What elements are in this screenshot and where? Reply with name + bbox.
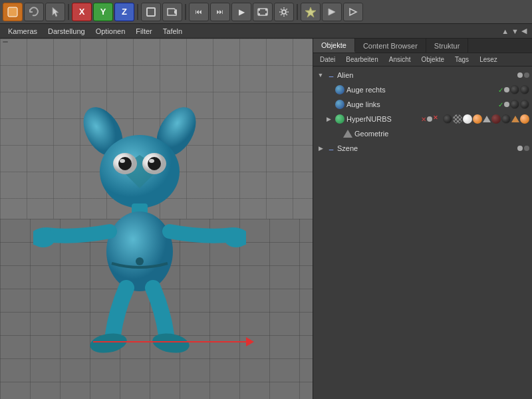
svg-point-16 bbox=[118, 157, 132, 170]
x-icon: ✕ bbox=[421, 116, 426, 123]
submenu-bearbeiten[interactable]: Bearbeiten bbox=[340, 55, 383, 65]
geometrie-label: Geometrie bbox=[354, 130, 527, 138]
mat-checker[interactable] bbox=[453, 114, 462, 124]
left-icon[interactable]: ◀ bbox=[521, 27, 527, 35]
svg-rect-8 bbox=[265, 13, 267, 15]
object-auge-rechts[interactable]: Auge rechts ✓ bbox=[313, 82, 532, 97]
keyframe-next[interactable]: ⏭ bbox=[210, 3, 230, 21]
tab-bar: Objekte Content Browser Struktur bbox=[313, 39, 532, 53]
render-button[interactable] bbox=[322, 3, 342, 21]
menu-tafeln[interactable]: Tafeln bbox=[158, 26, 188, 37]
object-auge-links[interactable]: Auge links ✓ bbox=[313, 97, 532, 112]
szene-label: Szene bbox=[337, 144, 515, 152]
menu-filter[interactable]: Filter bbox=[130, 26, 157, 37]
submenu-objekte[interactable]: Objekte bbox=[416, 55, 450, 65]
expand-szene[interactable]: ▶ bbox=[316, 144, 325, 153]
expand-hypernurbs[interactable]: ▶ bbox=[324, 114, 333, 124]
axis-x-button[interactable]: X bbox=[72, 3, 92, 21]
pointer-tool[interactable] bbox=[45, 3, 65, 21]
axis-y-button[interactable]: Y bbox=[93, 3, 113, 21]
tab-struktur[interactable]: Struktur bbox=[426, 39, 469, 53]
prop-dot1 bbox=[517, 72, 523, 78]
play-button[interactable]: ▶ bbox=[231, 3, 251, 21]
tab-objekte[interactable]: Objekte bbox=[313, 39, 355, 53]
object-szene[interactable]: ▶ ⚊ Szene bbox=[313, 141, 532, 156]
szene-layer-icon: ⚊ bbox=[327, 144, 336, 153]
expand-auge-links[interactable] bbox=[324, 100, 333, 109]
indent-3 bbox=[316, 112, 324, 126]
submenu-tags[interactable]: Tags bbox=[450, 55, 474, 65]
indent-4 bbox=[316, 126, 324, 141]
auge-links-label: Auge links bbox=[346, 100, 495, 108]
svg-point-22 bbox=[106, 211, 173, 291]
submenu-datei[interactable]: Datei bbox=[315, 55, 340, 65]
object-alien[interactable]: ▼ ⚊ Alien bbox=[313, 68, 532, 82]
submenu-lesez[interactable]: Lesez bbox=[474, 55, 503, 65]
mode-button[interactable] bbox=[3, 3, 23, 21]
settings-button[interactable] bbox=[274, 3, 294, 21]
prop-dot bbox=[504, 87, 509, 92]
up-icon[interactable]: ▲ bbox=[501, 27, 509, 35]
svg-rect-0 bbox=[8, 7, 17, 17]
right-panel: Objekte Content Browser Struktur Datei B… bbox=[313, 39, 532, 399]
menu-optionen[interactable]: Optionen bbox=[90, 26, 131, 37]
mat-dot2[interactable] bbox=[501, 114, 511, 124]
mat-orange2[interactable] bbox=[520, 114, 529, 124]
expand-auge-rechts[interactable] bbox=[324, 85, 333, 94]
object-hypernurbs[interactable]: ▶ HyperNURBS ✕ ✕ bbox=[313, 112, 532, 126]
hypernurbs-label: HyperNURBS bbox=[346, 115, 418, 123]
menu-kameras[interactable]: Kameras bbox=[3, 26, 43, 37]
separator-1 bbox=[68, 4, 69, 20]
svg-rect-7 bbox=[265, 9, 267, 11]
expand-alien[interactable]: ▼ bbox=[316, 70, 325, 80]
object-tool[interactable] bbox=[141, 3, 161, 21]
auge-links-icon bbox=[335, 100, 344, 109]
mat-triangle2 bbox=[511, 116, 519, 122]
camera-tool[interactable] bbox=[162, 3, 182, 21]
szene-dot1 bbox=[517, 146, 523, 151]
render2-button[interactable] bbox=[343, 3, 363, 21]
mat-sphere-4[interactable] bbox=[520, 100, 529, 109]
check-icon-2: ✓ bbox=[498, 101, 503, 108]
geometrie-icon bbox=[343, 130, 352, 138]
mat-white[interactable] bbox=[463, 114, 472, 124]
submenu-ansicht[interactable]: Ansicht bbox=[384, 55, 416, 65]
tab-content-browser[interactable]: Content Browser bbox=[355, 39, 426, 53]
keyframe-prev[interactable]: ⏮ bbox=[189, 3, 209, 21]
separator-2 bbox=[137, 4, 138, 20]
main-toolbar: X Y Z ⏮ ⏭ ▶ bbox=[0, 0, 532, 24]
mat-sphere-3[interactable] bbox=[510, 100, 519, 109]
down-icon[interactable]: ▼ bbox=[511, 27, 519, 35]
separator-3 bbox=[185, 4, 186, 20]
szene-dot2 bbox=[524, 146, 529, 151]
alien-character bbox=[33, 92, 246, 371]
menu-bar: Kameras Darstellung Optionen Filter Tafe… bbox=[0, 24, 532, 39]
szene-props bbox=[517, 146, 529, 151]
undo-button[interactable] bbox=[24, 3, 44, 21]
sub-menu-bar: Datei Bearbeiten Ansicht Objekte Tags Le… bbox=[313, 53, 532, 66]
svg-point-9 bbox=[282, 10, 286, 14]
indent-5 bbox=[324, 126, 332, 141]
mat-dark[interactable] bbox=[491, 114, 501, 124]
mat-sphere-2[interactable] bbox=[520, 85, 529, 94]
light-button[interactable] bbox=[301, 3, 321, 21]
expand-geometrie[interactable] bbox=[332, 129, 341, 138]
auge-rechts-props: ✓ bbox=[498, 85, 529, 94]
mat-sphere-1[interactable] bbox=[510, 85, 519, 94]
mat-x: ✕ bbox=[433, 114, 442, 124]
mat-triangle1 bbox=[483, 116, 491, 122]
object-geometrie[interactable]: Geometrie bbox=[313, 126, 532, 141]
svg-marker-10 bbox=[305, 7, 316, 17]
mat-orange[interactable] bbox=[473, 114, 482, 124]
svg-marker-3 bbox=[174, 9, 177, 15]
prop-dot2 bbox=[524, 72, 529, 78]
viewport[interactable] bbox=[0, 39, 313, 399]
indent-2 bbox=[316, 97, 324, 112]
mat-dot1[interactable] bbox=[443, 114, 452, 124]
separator-4 bbox=[297, 4, 298, 20]
menu-darstellung[interactable]: Darstellung bbox=[43, 26, 90, 37]
film-button[interactable] bbox=[253, 3, 273, 21]
x-axis-line bbox=[93, 341, 253, 342]
axis-z-button[interactable]: Z bbox=[114, 3, 134, 21]
auge-rechts-icon bbox=[335, 85, 344, 94]
